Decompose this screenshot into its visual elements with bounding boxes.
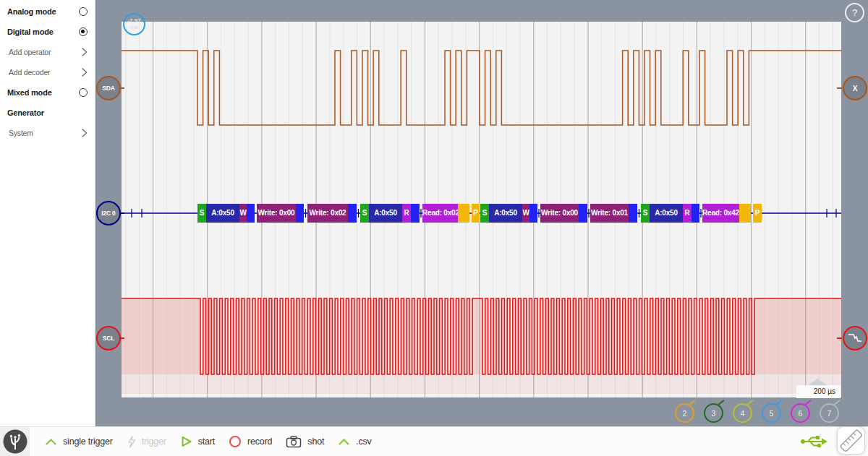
record-label: record	[247, 436, 272, 447]
chevron-up-icon	[45, 438, 57, 446]
i2c-packet-segment: Write: 0x01	[590, 204, 629, 223]
sidebar-item-label: Add operator	[9, 48, 51, 56]
csv-export-button[interactable]: .csv	[338, 436, 371, 447]
sidebar-item-add-operator[interactable]: Add operator	[0, 42, 95, 62]
chevron-right-icon	[81, 128, 88, 138]
i2c-packet-segment	[739, 204, 751, 223]
ruler-icon	[838, 427, 864, 454]
scl-trigger-connector-line	[837, 337, 842, 339]
camera-icon	[286, 436, 302, 448]
sidebar-item-add-decoder[interactable]: Add decoder	[0, 62, 95, 82]
chevron-right-icon	[81, 47, 88, 57]
radio-unchecked-icon[interactable]	[79, 88, 88, 97]
digital-channel-circle-3[interactable]: 3	[704, 403, 723, 423]
i2c-packet-segment	[629, 204, 637, 223]
waveform-plot[interactable]: SA:0x50WWrite: 0x00Write: 0x02SA:0x50RRe…	[122, 22, 841, 397]
sidebar-item-label: Analog mode	[7, 7, 56, 16]
radio-unchecked-icon[interactable]	[79, 7, 88, 16]
x-marker-label: X	[853, 85, 857, 93]
falling-edge-icon	[846, 330, 864, 347]
i2c-decoder-badge[interactable]: I2C 0	[96, 201, 121, 225]
scl-channel-label: SCL	[103, 335, 114, 342]
shot-label: shot	[307, 436, 324, 447]
i2c-packet-segment	[529, 204, 537, 223]
i2c-packet-segment: S	[197, 204, 206, 223]
scl-area-fill	[122, 298, 841, 374]
scl-channel-badge[interactable]: SCL	[96, 326, 121, 350]
i2c-packet-segment: A:0x50	[489, 204, 522, 223]
i2c-decoder-label: I2C 0	[101, 210, 115, 217]
usb-connected-icon	[800, 433, 827, 450]
i2c-packet-segment	[411, 204, 420, 223]
i2c-packet-segment: A:0x50	[206, 204, 239, 223]
help-button[interactable]: ?	[845, 3, 864, 22]
help-label: ?	[852, 7, 857, 18]
i2c-decoder-track: SA:0x50WWrite: 0x00Write: 0x02SA:0x50RRe…	[122, 22, 841, 397]
i2c-packet-segment	[296, 204, 304, 223]
i2c-packet-segment: Read: 0x02	[422, 204, 458, 223]
i2c-packet-segment: R	[402, 204, 411, 223]
chevron-right-icon	[81, 67, 88, 77]
record-button[interactable]: record	[229, 435, 272, 448]
sidebar-item-label: Add decoder	[9, 68, 50, 77]
digital-channel-circle-5[interactable]: 5	[762, 403, 781, 423]
trigger-time-unit: ms	[130, 25, 139, 31]
trigger-time-badge[interactable]: -7.97 ms	[123, 13, 145, 35]
sidebar-item-label: System	[9, 129, 33, 137]
trigger-label: trigger	[142, 436, 166, 447]
sidebar-item-system[interactable]: System	[0, 123, 95, 143]
app-logo-icon	[3, 429, 27, 454]
lightning-icon	[127, 435, 136, 449]
i2c-packet-segment	[458, 204, 469, 223]
digital-channel-circle-7[interactable]: 7	[820, 403, 839, 423]
chevron-up-icon	[338, 438, 350, 446]
app-logo-box	[0, 427, 30, 456]
timebase-arrow-icon	[808, 379, 827, 385]
i2c-packet-segment: S	[360, 204, 369, 223]
digital-channel-circle-4[interactable]: 4	[733, 403, 752, 423]
trigger-button[interactable]: trigger	[127, 435, 166, 449]
i2c-packet-segment: P	[753, 204, 762, 223]
i2c-packet-segment: Write: 0x00	[540, 204, 579, 223]
scl-waveform	[122, 298, 841, 374]
sidebar-item-mixed-mode[interactable]: Mixed mode	[0, 82, 95, 103]
single-trigger-button[interactable]: single trigger	[45, 436, 113, 447]
timebase-label: 200 µs	[796, 385, 841, 398]
i2c-packet-segment: P	[472, 204, 480, 223]
sidebar-item-label: Digital mode	[7, 27, 54, 36]
sidebar: Analog mode Digital mode Add operator Ad…	[0, 0, 95, 426]
i2c-packet-segment: R	[683, 204, 692, 223]
play-icon	[180, 435, 192, 448]
i2c-packet-segment: W	[522, 204, 529, 223]
toolbar-items: single trigger trigger start record shot…	[45, 435, 386, 449]
record-icon	[229, 435, 242, 448]
measure-button[interactable]	[837, 426, 865, 455]
i2c-packet-segment	[348, 204, 357, 223]
sidebar-item-analog-mode[interactable]: Analog mode	[0, 1, 95, 22]
shot-button[interactable]: shot	[286, 436, 324, 448]
scl-highlight-band	[122, 298, 841, 394]
i2c-packet-segment: A:0x50	[650, 204, 683, 223]
i2c-packet-segment: S	[641, 204, 650, 223]
digital-channel-circle-2[interactable]: 2	[675, 403, 694, 423]
i2c-packet-segment: Read: 0x42	[702, 204, 739, 223]
i2c-packet-segment: W	[239, 204, 247, 223]
i2c-packet-segment	[247, 204, 255, 223]
sda-waveform	[122, 51, 841, 125]
sidebar-item-generator[interactable]: Generator	[0, 103, 95, 123]
scl-trigger-edge-badge[interactable]	[843, 326, 867, 350]
radio-checked-icon[interactable]	[79, 27, 88, 36]
sda-channel-label: SDA	[102, 85, 114, 92]
single-trigger-label: single trigger	[63, 436, 113, 447]
i2c-packet-segment	[579, 204, 587, 223]
sda-channel-badge[interactable]: SDA	[96, 76, 121, 100]
start-button[interactable]: start	[180, 435, 215, 448]
i2c-packet-segment: S	[480, 204, 489, 223]
waveform-canvas	[122, 22, 841, 397]
sidebar-item-digital-mode[interactable]: Digital mode	[0, 22, 95, 42]
x-marker-badge[interactable]: X	[843, 76, 867, 100]
x-marker-connector-line	[837, 87, 842, 89]
start-label: start	[198, 436, 215, 447]
digital-channel-circle-6[interactable]: 6	[791, 403, 810, 423]
bottom-toolbar: single trigger trigger start record shot…	[0, 426, 868, 456]
